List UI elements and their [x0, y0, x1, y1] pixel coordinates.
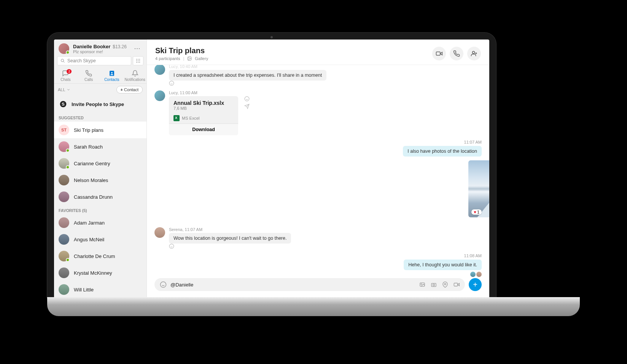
avatar [59, 284, 69, 295]
forward-icon[interactable] [244, 104, 250, 109]
search-placeholder: Search Skype [67, 58, 96, 63]
compose-box[interactable] [154, 278, 465, 291]
contact-item[interactable]: Nelson Morales [54, 172, 146, 188]
svg-rect-40 [454, 283, 457, 286]
avatar [154, 227, 165, 238]
chat-header: Ski Trip plans 4 participants | Gallery [147, 40, 489, 65]
chats-badge: 2 [67, 69, 72, 74]
svg-point-0 [61, 59, 64, 62]
file-attachment[interactable]: Annual Ski Trip.xslx 7,6 MB MS Excel Dow… [169, 96, 238, 135]
tab-calls[interactable]: Calls [77, 70, 100, 82]
avatar [59, 251, 69, 261]
contact-label: Cassandra Drunn [74, 194, 113, 200]
tab-notifications[interactable]: Notifications [123, 70, 146, 82]
react-icon[interactable] [244, 96, 250, 101]
reaction-badge[interactable]: ♥ 1 [471, 209, 482, 215]
tab-contacts-label: Contacts [104, 78, 119, 82]
contact-label: Angus McNeil [74, 237, 104, 242]
message-meta: Lucy, 10:40 AM [169, 65, 482, 69]
section-suggested: SUGGESTED [54, 112, 146, 122]
add-participant-button[interactable] [467, 47, 481, 60]
search-input[interactable]: Search Skype [57, 56, 131, 65]
contact-item[interactable]: Krystal McKinney [54, 264, 146, 281]
gallery-link[interactable]: Gallery [195, 56, 208, 61]
phone-icon [453, 50, 460, 57]
file-type-label: MS Excel [182, 116, 199, 120]
message-outgoing: Hehe, I thought you would like it. [154, 260, 482, 277]
svg-text:S: S [62, 101, 65, 106]
avatar [59, 234, 69, 245]
avatar [59, 267, 69, 278]
profile-balance: $13.26 [113, 44, 127, 49]
add-contact-button[interactable]: + Contact [116, 86, 143, 93]
message-meta: Serena, 11:07 AM [169, 227, 482, 232]
filter-all[interactable]: ALL [58, 87, 70, 92]
message-incoming: Lucy, 11:00 AM Annual Ski Trip.xslx 7,6 … [154, 90, 482, 135]
location-icon[interactable] [442, 282, 448, 288]
more-menu-icon[interactable]: ··· [133, 45, 142, 52]
audio-call-button[interactable] [450, 47, 463, 60]
presence-dot [66, 51, 70, 54]
message-incoming: Lucy, 10:40 AM I created a spreadsheet a… [154, 65, 482, 86]
send-plus-button[interactable]: + [469, 278, 482, 291]
svg-rect-37 [431, 283, 436, 287]
message-incoming: Serena, 11:07 AM Wow this location is go… [154, 227, 482, 249]
emoji-picker-button[interactable] [160, 281, 167, 288]
tab-chats-label: Chats [60, 78, 70, 82]
notifications-icon [123, 70, 146, 77]
sidebar: Danielle Booker $13.26 Plz sponsor me! ·… [54, 40, 147, 298]
svg-point-18 [473, 51, 475, 54]
contacts-icon [100, 70, 124, 77]
react-icon[interactable] [169, 244, 482, 249]
contact-item[interactable]: Will Little [54, 281, 146, 298]
contact-item[interactable]: Carianne Gentry [54, 155, 146, 172]
avatar[interactable] [59, 43, 69, 54]
avatar [59, 175, 69, 185]
tab-chats[interactable]: 2 Chats [54, 70, 77, 82]
svg-point-32 [161, 282, 166, 288]
file-size: 7,6 MB [173, 106, 234, 111]
svg-point-39 [444, 283, 446, 285]
svg-point-4 [139, 59, 140, 60]
camera-icon[interactable] [431, 282, 437, 288]
read-receipts [154, 272, 482, 277]
compose-area: + [147, 278, 489, 298]
svg-point-6 [138, 60, 138, 61]
contact-item[interactable]: Angus McNeil [54, 231, 146, 248]
gallery-icon [187, 56, 192, 61]
chat-messages[interactable]: Lucy, 10:40 AM I created a spreadsheet a… [147, 65, 489, 278]
contact-label: Nelson Morales [74, 177, 108, 183]
add-file-icon[interactable] [419, 282, 425, 288]
timestamp: 11:07 AM [154, 140, 482, 144]
excel-icon [173, 115, 180, 121]
avatar [154, 90, 165, 101]
message-bubble: Hehe, I thought you would like it. [404, 260, 482, 270]
profile-row[interactable]: Danielle Booker $13.26 Plz sponsor me! ·… [54, 40, 146, 56]
chevron-down-icon [67, 88, 70, 91]
participants-count[interactable]: 4 participants [155, 56, 180, 61]
video-call-button[interactable] [432, 47, 446, 60]
contact-item[interactable]: Sarah Roach [54, 138, 146, 155]
chat-panel: Ski Trip plans 4 participants | Gallery [147, 40, 489, 298]
heart-icon: ♥ [474, 210, 476, 214]
svg-point-8 [136, 62, 137, 63]
contact-label: Charlotte De Crum [74, 253, 115, 259]
contact-item[interactable]: Adam Jarman [54, 214, 146, 231]
download-button[interactable]: Download [169, 123, 238, 135]
video-message-icon[interactable] [454, 282, 460, 288]
tab-contacts[interactable]: Contacts [100, 70, 124, 82]
contact-item[interactable]: Cassandra Drunn [54, 188, 146, 205]
invite-people[interactable]: S Invite People to Skype [54, 96, 146, 112]
react-icon[interactable] [169, 81, 482, 86]
contact-ski-trip-plans[interactable]: ST Ski Trip plans [54, 122, 146, 138]
svg-point-21 [169, 81, 174, 85]
section-favorites: FAVORITES (5) [54, 205, 146, 214]
calls-icon [77, 70, 100, 77]
message-input[interactable] [170, 282, 419, 288]
image-attachment[interactable] [468, 160, 489, 217]
contact-item[interactable]: Charlotte De Crum [54, 248, 146, 264]
svg-point-9 [138, 62, 138, 63]
dialpad-button[interactable] [133, 56, 143, 65]
add-person-icon [471, 50, 477, 57]
reaction-count: 1 [477, 210, 479, 214]
